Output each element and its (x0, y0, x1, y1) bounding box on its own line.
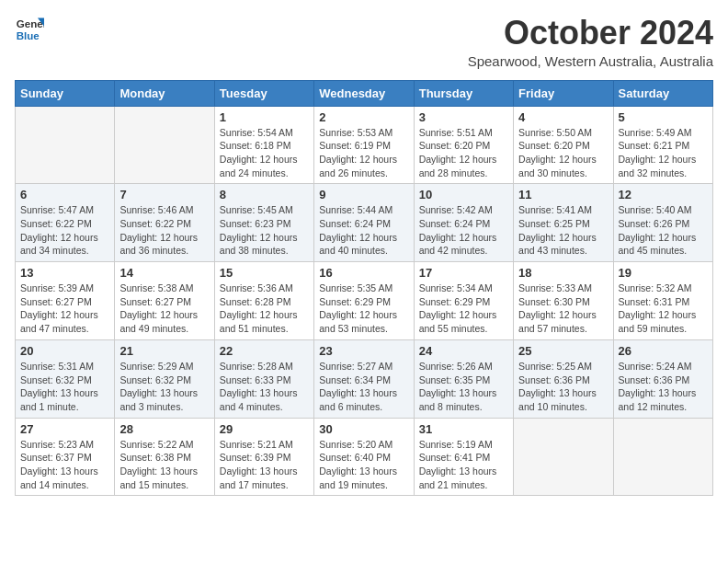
day-number: 21 (119, 344, 209, 358)
day-number: 10 (419, 188, 508, 201)
day-info: Sunrise: 5:46 AM Sunset: 6:22 PM Dayligh… (119, 203, 209, 258)
calendar-cell: 27Sunrise: 5:23 AM Sunset: 6:37 PM Dayli… (16, 418, 115, 496)
day-info: Sunrise: 5:19 AM Sunset: 6:41 PM Dayligh… (419, 438, 508, 492)
day-number: 27 (20, 422, 109, 436)
calendar-cell: 28Sunrise: 5:22 AM Sunset: 6:38 PM Dayli… (115, 418, 214, 496)
day-info: Sunrise: 5:24 AM Sunset: 6:36 PM Dayligh… (619, 360, 708, 414)
day-number: 13 (20, 266, 109, 280)
calendar-cell: 12Sunrise: 5:40 AM Sunset: 6:26 PM Dayli… (613, 184, 712, 262)
col-header-saturday: Saturday (613, 80, 712, 106)
day-number: 25 (518, 344, 608, 358)
calendar-cell: 17Sunrise: 5:34 AM Sunset: 6:29 PM Dayli… (414, 262, 513, 340)
day-number: 9 (319, 188, 408, 201)
calendar-cell: 20Sunrise: 5:31 AM Sunset: 6:32 PM Dayli… (16, 339, 115, 418)
day-number: 18 (518, 266, 608, 280)
day-number: 12 (619, 188, 708, 201)
calendar-cell: 14Sunrise: 5:38 AM Sunset: 6:27 PM Dayli… (115, 262, 214, 340)
day-info: Sunrise: 5:26 AM Sunset: 6:35 PM Dayligh… (419, 360, 508, 414)
day-info: Sunrise: 5:36 AM Sunset: 6:28 PM Dayligh… (220, 282, 309, 336)
calendar-cell: 26Sunrise: 5:24 AM Sunset: 6:36 PM Dayli… (613, 339, 712, 418)
calendar-cell: 2Sunrise: 5:53 AM Sunset: 6:19 PM Daylig… (314, 106, 414, 184)
calendar-cell: 19Sunrise: 5:32 AM Sunset: 6:31 PM Dayli… (613, 262, 712, 340)
day-info: Sunrise: 5:34 AM Sunset: 6:29 PM Dayligh… (419, 282, 508, 336)
calendar-cell: 11Sunrise: 5:41 AM Sunset: 6:25 PM Dayli… (514, 184, 613, 262)
day-info: Sunrise: 5:41 AM Sunset: 6:25 PM Dayligh… (518, 203, 608, 258)
day-number: 11 (518, 188, 608, 201)
month-title: October 2024 (468, 15, 713, 52)
calendar-cell: 25Sunrise: 5:25 AM Sunset: 6:36 PM Dayli… (514, 339, 613, 418)
col-header-thursday: Thursday (414, 80, 513, 106)
day-info: Sunrise: 5:38 AM Sunset: 6:27 PM Dayligh… (119, 282, 209, 336)
calendar-cell: 29Sunrise: 5:21 AM Sunset: 6:39 PM Dayli… (214, 418, 313, 496)
day-info: Sunrise: 5:51 AM Sunset: 6:20 PM Dayligh… (419, 126, 508, 180)
day-number: 4 (518, 110, 608, 124)
calendar-cell: 1Sunrise: 5:54 AM Sunset: 6:18 PM Daylig… (214, 106, 313, 184)
calendar-week-row: 20Sunrise: 5:31 AM Sunset: 6:32 PM Dayli… (16, 339, 713, 418)
day-number: 22 (220, 344, 309, 358)
col-header-wednesday: Wednesday (314, 80, 414, 106)
day-info: Sunrise: 5:44 AM Sunset: 6:24 PM Dayligh… (319, 203, 408, 258)
calendar-cell (514, 418, 613, 496)
day-info: Sunrise: 5:54 AM Sunset: 6:18 PM Dayligh… (220, 126, 309, 180)
day-info: Sunrise: 5:39 AM Sunset: 6:27 PM Dayligh… (20, 282, 109, 336)
location-subtitle: Spearwood, Western Australia, Australia (468, 53, 713, 69)
day-number: 28 (119, 422, 209, 436)
calendar-cell: 7Sunrise: 5:46 AM Sunset: 6:22 PM Daylig… (115, 184, 214, 262)
day-number: 20 (20, 344, 109, 358)
calendar-table: SundayMondayTuesdayWednesdayThursdayFrid… (15, 80, 713, 497)
day-info: Sunrise: 5:32 AM Sunset: 6:31 PM Dayligh… (619, 282, 708, 336)
calendar-cell (16, 106, 115, 184)
calendar-cell: 21Sunrise: 5:29 AM Sunset: 6:32 PM Dayli… (115, 339, 214, 418)
day-info: Sunrise: 5:42 AM Sunset: 6:24 PM Dayligh… (419, 203, 508, 258)
logo-icon: General Blue (15, 15, 44, 44)
day-number: 16 (319, 266, 408, 280)
calendar-week-row: 27Sunrise: 5:23 AM Sunset: 6:37 PM Dayli… (16, 418, 713, 496)
day-info: Sunrise: 5:50 AM Sunset: 6:20 PM Dayligh… (518, 126, 608, 180)
day-number: 15 (220, 266, 309, 280)
svg-text:Blue: Blue (17, 30, 40, 41)
calendar-cell: 16Sunrise: 5:35 AM Sunset: 6:29 PM Dayli… (314, 262, 414, 340)
day-info: Sunrise: 5:47 AM Sunset: 6:22 PM Dayligh… (20, 203, 109, 258)
calendar-cell: 9Sunrise: 5:44 AM Sunset: 6:24 PM Daylig… (314, 184, 414, 262)
day-number: 26 (619, 344, 708, 358)
day-info: Sunrise: 5:35 AM Sunset: 6:29 PM Dayligh… (319, 282, 408, 336)
day-number: 6 (20, 188, 109, 201)
calendar-cell: 31Sunrise: 5:19 AM Sunset: 6:41 PM Dayli… (414, 418, 513, 496)
col-header-sunday: Sunday (16, 80, 115, 106)
day-info: Sunrise: 5:33 AM Sunset: 6:30 PM Dayligh… (518, 282, 608, 336)
calendar-cell: 13Sunrise: 5:39 AM Sunset: 6:27 PM Dayli… (16, 262, 115, 340)
page-header: General Blue October 2024 Spearwood, Wes… (15, 15, 713, 69)
calendar-cell: 15Sunrise: 5:36 AM Sunset: 6:28 PM Dayli… (214, 262, 313, 340)
day-number: 2 (319, 110, 408, 124)
col-header-tuesday: Tuesday (214, 80, 313, 106)
calendar-week-row: 6Sunrise: 5:47 AM Sunset: 6:22 PM Daylig… (16, 184, 713, 262)
calendar-cell: 8Sunrise: 5:45 AM Sunset: 6:23 PM Daylig… (214, 184, 313, 262)
calendar-cell: 22Sunrise: 5:28 AM Sunset: 6:33 PM Dayli… (214, 339, 313, 418)
calendar-cell: 5Sunrise: 5:49 AM Sunset: 6:21 PM Daylig… (613, 106, 712, 184)
calendar-cell: 30Sunrise: 5:20 AM Sunset: 6:40 PM Dayli… (314, 418, 414, 496)
day-info: Sunrise: 5:29 AM Sunset: 6:32 PM Dayligh… (119, 360, 209, 414)
calendar-cell: 23Sunrise: 5:27 AM Sunset: 6:34 PM Dayli… (314, 339, 414, 418)
calendar-cell: 18Sunrise: 5:33 AM Sunset: 6:30 PM Dayli… (514, 262, 613, 340)
day-info: Sunrise: 5:53 AM Sunset: 6:19 PM Dayligh… (319, 126, 408, 180)
day-number: 29 (220, 422, 309, 436)
day-number: 17 (419, 266, 508, 280)
day-info: Sunrise: 5:45 AM Sunset: 6:23 PM Dayligh… (220, 203, 309, 258)
day-number: 30 (319, 422, 408, 436)
col-header-monday: Monday (115, 80, 214, 106)
calendar-cell: 3Sunrise: 5:51 AM Sunset: 6:20 PM Daylig… (414, 106, 513, 184)
day-info: Sunrise: 5:40 AM Sunset: 6:26 PM Dayligh… (619, 203, 708, 258)
day-number: 7 (119, 188, 209, 201)
day-info: Sunrise: 5:25 AM Sunset: 6:36 PM Dayligh… (518, 360, 608, 414)
calendar-header-row: SundayMondayTuesdayWednesdayThursdayFrid… (16, 80, 713, 106)
calendar-week-row: 1Sunrise: 5:54 AM Sunset: 6:18 PM Daylig… (16, 106, 713, 184)
day-number: 5 (619, 110, 708, 124)
day-number: 14 (119, 266, 209, 280)
day-info: Sunrise: 5:23 AM Sunset: 6:37 PM Dayligh… (20, 438, 109, 492)
calendar-cell: 4Sunrise: 5:50 AM Sunset: 6:20 PM Daylig… (514, 106, 613, 184)
day-number: 23 (319, 344, 408, 358)
col-header-friday: Friday (514, 80, 613, 106)
logo: General Blue (15, 15, 44, 44)
day-info: Sunrise: 5:22 AM Sunset: 6:38 PM Dayligh… (119, 438, 209, 492)
calendar-cell: 10Sunrise: 5:42 AM Sunset: 6:24 PM Dayli… (414, 184, 513, 262)
